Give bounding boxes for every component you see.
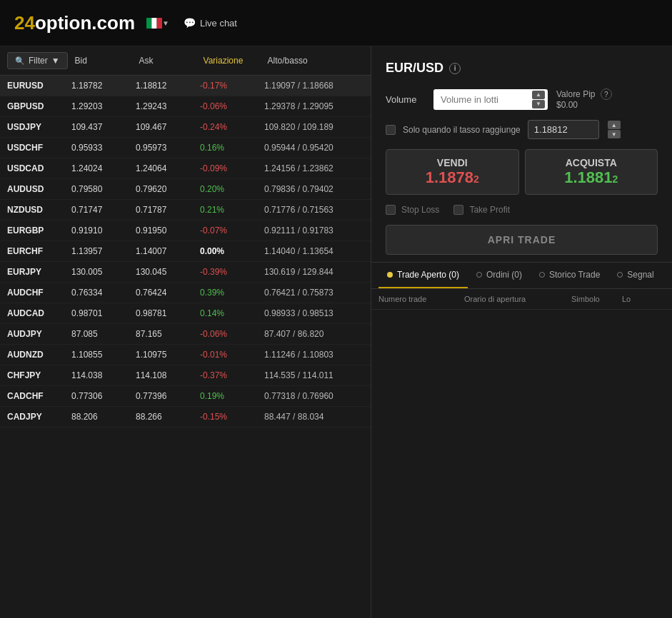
bottom-tabs: Trade Aperto (0) Ordini (0) Storico Trad… xyxy=(371,263,672,289)
table-header: 🔍 Filter ▼ Bid Ask Variazione Alto/basso xyxy=(0,46,371,76)
tab-trade-aperto[interactable]: Trade Aperto (0) xyxy=(378,263,468,288)
cell-symbol: AUDCHF xyxy=(7,288,71,298)
cell-variazione: 0.16% xyxy=(200,143,264,153)
buy-button[interactable]: ACQUISTA 1.18812 xyxy=(525,149,658,195)
market-row[interactable]: EURCHF 1.13957 1.14007 0.00% 1.14040 / 1… xyxy=(0,241,371,262)
cell-ask: 114.108 xyxy=(136,370,200,380)
filter-label: Filter xyxy=(29,56,48,66)
volume-input[interactable] xyxy=(433,89,548,110)
cell-bid: 0.79580 xyxy=(71,184,136,194)
cell-bid: 0.71747 xyxy=(71,205,136,215)
cell-ask: 1.10975 xyxy=(136,350,200,360)
trade-widget: EUR/USD i Volume ▲ ▼ Valore Pip ? $0.00 xyxy=(371,46,672,263)
market-row[interactable]: EURGBP 0.91910 0.91950 -0.07% 0.92111 / … xyxy=(0,221,371,241)
flag-dropdown[interactable]: ▼ xyxy=(146,18,169,29)
cell-symbol: AUDUSD xyxy=(7,184,71,194)
cell-variazione: 0.00% xyxy=(200,246,264,256)
market-row[interactable]: AUDCHF 0.76334 0.76424 0.39% 0.76421 / 0… xyxy=(0,283,371,303)
sell-price-sub: 2 xyxy=(473,173,479,185)
col-altobasso-header: Alto/basso xyxy=(268,56,363,66)
bt-col-numero: Numero trade xyxy=(378,295,464,303)
help-icon[interactable]: ? xyxy=(601,88,612,100)
filter-chevron-icon: ▼ xyxy=(51,56,60,66)
pip-label: Valore Pip xyxy=(556,89,595,99)
sell-label: VENDI xyxy=(393,157,511,168)
bt-col-orario: Orario di apertura xyxy=(464,295,571,303)
market-row[interactable]: AUDCAD 0.98701 0.98781 0.14% 0.98933 / 0… xyxy=(0,303,371,324)
cell-variazione: 0.20% xyxy=(200,184,264,194)
market-row[interactable]: CHFJPY 114.038 114.108 -0.37% 114.535 / … xyxy=(0,365,371,386)
tab-dot-yellow xyxy=(387,272,393,278)
cell-variazione: -0.07% xyxy=(200,226,264,235)
tab-dot-ordini xyxy=(476,272,482,278)
market-row[interactable]: AUDUSD 0.79580 0.79620 0.20% 0.79836 / 0… xyxy=(0,179,371,200)
cell-variazione: -0.09% xyxy=(200,163,264,173)
cell-altobasso: 0.92111 / 0.91783 xyxy=(264,226,363,235)
cell-altobasso: 88.447 / 88.034 xyxy=(264,412,363,422)
take-profit-checkbox[interactable] xyxy=(453,205,463,215)
stop-loss-checkbox[interactable] xyxy=(386,205,396,215)
cell-ask: 0.95973 xyxy=(136,143,200,153)
market-row[interactable]: USDCAD 1.24024 1.24064 -0.09% 1.24156 / … xyxy=(0,158,371,179)
market-row[interactable]: GBPUSD 1.29203 1.29243 -0.06% 1.29378 / … xyxy=(0,96,371,117)
cell-symbol: EURGBP xyxy=(7,226,71,235)
cell-bid: 0.91910 xyxy=(71,226,136,235)
rate-input[interactable] xyxy=(528,120,599,139)
rate-checkbox[interactable] xyxy=(386,125,396,135)
cell-variazione: -0.15% xyxy=(200,412,264,422)
rate-down-button[interactable]: ▼ xyxy=(608,130,621,138)
cell-bid: 130.005 xyxy=(71,267,136,277)
pip-value-block: Valore Pip ? $0.00 xyxy=(556,88,612,110)
cell-altobasso: 1.19097 / 1.18668 xyxy=(264,81,363,91)
volume-up-button[interactable]: ▲ xyxy=(532,91,545,99)
cell-altobasso: 87.407 / 86.820 xyxy=(264,329,363,339)
market-row[interactable]: CADCHF 0.77306 0.77396 0.19% 0.77318 / 0… xyxy=(0,386,371,407)
cell-bid: 0.77306 xyxy=(71,391,136,401)
buy-label: ACQUISTA xyxy=(533,157,651,168)
pip-amount: $0.00 xyxy=(556,100,612,110)
volume-arrows: ▲ ▼ xyxy=(532,91,545,108)
open-trade-button[interactable]: APRI TRADE xyxy=(386,225,658,255)
market-row[interactable]: NZDUSD 0.71747 0.71787 0.21% 0.71776 / 0… xyxy=(0,200,371,221)
tab-ordini-label: Ordini (0) xyxy=(486,270,522,280)
cell-bid: 1.13957 xyxy=(71,246,136,256)
cell-symbol: CHFJPY xyxy=(7,370,71,380)
tab-segnali-label: Segnal xyxy=(627,270,653,280)
market-rows-container: EURUSD 1.18782 1.18812 -0.17% 1.19097 / … xyxy=(0,76,371,427)
cell-symbol: USDCHF xyxy=(7,143,71,153)
market-row[interactable]: EURJPY 130.005 130.045 -0.39% 130.619 / … xyxy=(0,262,371,283)
svg-rect-1 xyxy=(151,18,156,29)
market-row[interactable]: USDJPY 109.437 109.467 -0.24% 109.820 / … xyxy=(0,117,371,138)
tab-ordini[interactable]: Ordini (0) xyxy=(468,263,531,288)
market-row[interactable]: USDCHF 0.95933 0.95973 0.16% 0.95944 / 0… xyxy=(0,138,371,158)
market-row[interactable]: AUDNZD 1.10855 1.10975 -0.01% 1.11246 / … xyxy=(0,345,371,365)
cell-bid: 1.24024 xyxy=(71,163,136,173)
info-icon[interactable]: i xyxy=(449,63,461,74)
chat-icon: 💬 xyxy=(184,17,196,29)
filter-button[interactable]: 🔍 Filter ▼ xyxy=(7,52,68,69)
volume-down-button[interactable]: ▼ xyxy=(532,100,545,108)
cell-altobasso: 1.24156 / 1.23862 xyxy=(264,163,363,173)
buy-price-sub: 2 xyxy=(613,173,618,185)
tab-storico-trade[interactable]: Storico Trade xyxy=(531,263,608,288)
chevron-down-icon: ▼ xyxy=(162,19,169,27)
market-row[interactable]: EURUSD 1.18782 1.18812 -0.17% 1.19097 / … xyxy=(0,76,371,96)
cell-ask: 109.467 xyxy=(136,122,200,132)
volume-input-wrap: ▲ ▼ xyxy=(433,89,548,110)
market-row[interactable]: CADJPY 88.206 88.266 -0.15% 88.447 / 88.… xyxy=(0,407,371,427)
sell-button[interactable]: VENDI 1.18782 xyxy=(386,149,519,195)
buy-price: 1.18812 xyxy=(533,168,651,187)
market-row[interactable]: AUDJPY 87.085 87.165 -0.06% 87.407 / 86.… xyxy=(0,324,371,345)
cell-symbol: EURCHF xyxy=(7,246,71,256)
pair-title: EUR/USD i xyxy=(386,61,658,76)
rate-up-button[interactable]: ▲ xyxy=(608,121,621,129)
cell-variazione: 0.14% xyxy=(200,308,264,318)
cell-symbol: CADCHF xyxy=(7,391,71,401)
column-headers: Bid Ask Variazione Alto/basso xyxy=(75,56,363,66)
cell-ask: 0.79620 xyxy=(136,184,200,194)
bottom-table-header: Numero trade Orario di apertura Simbolo … xyxy=(371,289,672,310)
live-chat-button[interactable]: 💬 Live chat xyxy=(184,17,237,29)
cell-bid: 114.038 xyxy=(71,370,136,380)
cell-altobasso: 1.14040 / 1.13654 xyxy=(264,246,363,256)
tab-segnali[interactable]: Segnal xyxy=(608,263,662,288)
